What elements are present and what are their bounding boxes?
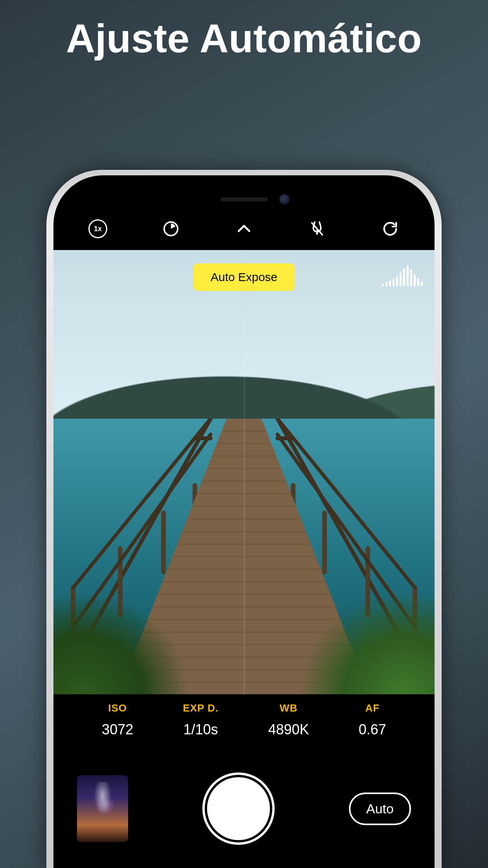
device-front-camera [279, 194, 290, 204]
chevron-up-icon [235, 220, 253, 238]
camera-top-toolbar: 1x [53, 212, 435, 245]
phone-screen: 1x [53, 175, 435, 868]
param-autofocus[interactable]: AF 0.67 [359, 702, 386, 738]
histogram-icon [382, 266, 423, 286]
exposure-params-row: ISO 3072 EXP D. 1/10s WB 4890K AF 0.67 [53, 702, 435, 738]
scene-grass [53, 592, 190, 694]
promo-headline: Ajuste Automático [0, 16, 488, 62]
param-label: WB [268, 702, 309, 714]
param-value: 1/10s [183, 721, 218, 738]
phone-frame: 1x [46, 170, 442, 868]
param-iso[interactable]: ISO 3072 [102, 702, 133, 738]
timer-button[interactable] [160, 218, 182, 239]
mode-auto-button[interactable]: Auto [349, 793, 411, 825]
gallery-thumbnail[interactable] [77, 775, 128, 842]
flash-button[interactable] [306, 218, 328, 239]
timer-icon [162, 220, 180, 238]
expand-button[interactable] [233, 218, 255, 239]
scene-grass [298, 592, 435, 694]
camera-viewfinder[interactable]: Auto Expose [53, 250, 435, 694]
switch-camera-icon [381, 220, 399, 238]
compare-divider [244, 250, 245, 694]
zoom-button[interactable]: 1x [87, 218, 108, 239]
shutter-button[interactable] [207, 777, 270, 840]
camera-bottom-toolbar: Auto [53, 765, 435, 868]
device-notch [185, 175, 303, 194]
param-exposure-duration[interactable]: EXP D. 1/10s [183, 702, 218, 738]
auto-expose-badge: Auto Expose [193, 263, 295, 291]
param-value: 4890K [268, 721, 309, 738]
param-value: 0.67 [359, 721, 386, 738]
zoom-ring-icon: 1x [88, 219, 107, 238]
param-label: EXP D. [183, 702, 218, 714]
param-label: AF [359, 702, 386, 714]
zoom-label: 1x [94, 225, 102, 233]
switch-camera-button[interactable] [380, 218, 401, 239]
param-label: ISO [102, 702, 133, 714]
flash-off-icon [308, 220, 326, 238]
device-speaker [220, 197, 268, 201]
param-value: 3072 [102, 721, 133, 738]
param-white-balance[interactable]: WB 4890K [268, 702, 309, 738]
